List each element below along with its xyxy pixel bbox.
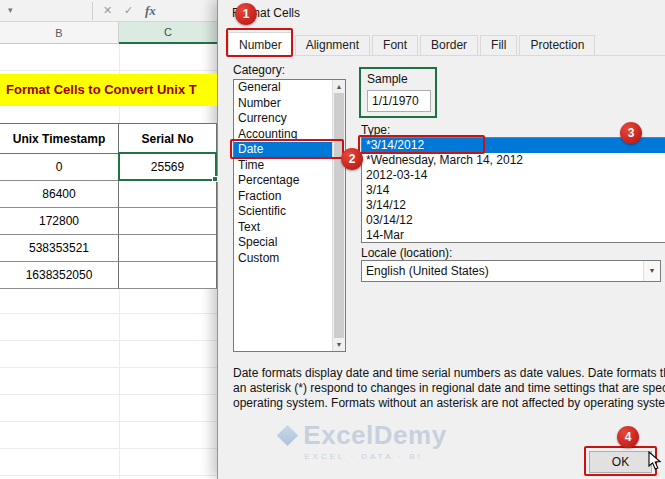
table-row: 538353521 — [0, 235, 217, 262]
type-item-3[interactable]: 3/14 — [362, 183, 665, 198]
type-item-5[interactable]: 03/14/12 — [362, 213, 665, 228]
cell-serial-2[interactable] — [119, 181, 217, 208]
enter-icon[interactable]: ✓ — [124, 4, 133, 17]
step-badge-3: 3 — [620, 122, 642, 144]
screenshot-canvas: ▾ ✕ ✓ fx B C Format Cells to Convert Uni… — [0, 0, 665, 479]
exceldemy-logo-icon — [277, 425, 298, 446]
worksheet-title-banner[interactable]: Format Cells to Convert Unix T — [0, 74, 217, 106]
cell-unix-2[interactable]: 86400 — [0, 181, 119, 208]
insert-function-icon[interactable]: fx — [145, 3, 156, 19]
category-item-currency[interactable]: Currency — [234, 111, 332, 127]
tab-fill[interactable]: Fill — [480, 35, 517, 55]
category-item-accounting[interactable]: Accounting — [234, 127, 332, 143]
column-header-c[interactable]: C — [119, 22, 217, 44]
cell-serial-3[interactable] — [119, 208, 217, 235]
category-item-fraction[interactable]: Fraction — [234, 189, 332, 205]
cell-unix-1[interactable]: 0 — [0, 154, 119, 181]
format-description: Date formats display date and time seria… — [233, 366, 665, 411]
formula-bar-divider — [92, 2, 93, 20]
locale-dropdown[interactable]: English (United States) ▾ — [361, 260, 661, 282]
sample-groupbox: Sample 1/1/1970 — [359, 67, 437, 118]
tab-alignment[interactable]: Alignment — [295, 35, 370, 55]
description-line: operating system. Formats without an ast… — [233, 396, 665, 411]
type-item-0[interactable]: *3/14/2012 — [362, 138, 665, 153]
cell-unix-5[interactable]: 1638352050 — [0, 262, 119, 289]
cell-serial-5[interactable] — [119, 262, 217, 289]
category-item-custom[interactable]: Custom — [234, 251, 332, 267]
table-header-unix-timestamp[interactable]: Unix Timestamp — [0, 124, 119, 154]
type-label: Type: — [361, 123, 390, 137]
ok-button[interactable]: OK — [589, 451, 652, 473]
category-listbox[interactable]: General Number Currency Accounting Date … — [233, 79, 346, 352]
tab-protection[interactable]: Protection — [519, 35, 595, 55]
column-header-row: B C — [0, 22, 217, 44]
column-header-b[interactable]: B — [0, 22, 119, 44]
table-header-serial-no[interactable]: Serial No — [119, 124, 217, 154]
category-item-time[interactable]: Time — [234, 158, 332, 174]
format-cells-dialog: Format Cells Number Alignment Font Borde… — [217, 0, 665, 479]
table-row: 86400 — [0, 181, 217, 208]
exceldemy-watermark: ExcelDemy EXCEL · DATA · BI — [246, 420, 481, 461]
category-label: Category: — [233, 63, 285, 77]
type-item-2[interactable]: 2012-03-14 — [362, 168, 665, 183]
scroll-up-icon[interactable]: ▲ — [333, 80, 345, 93]
unix-timestamp-table: Unix Timestamp Serial No 0 25569 86400 1… — [0, 123, 217, 289]
locale-value: English (United States) — [366, 261, 489, 281]
chevron-down-icon[interactable]: ▾ — [643, 261, 660, 281]
step-badge-4: 4 — [617, 426, 639, 448]
name-box-dropdown-icon[interactable]: ▾ — [8, 5, 13, 15]
formula-bar: ▾ ✕ ✓ fx — [0, 0, 217, 22]
watermark-tagline: EXCEL · DATA · BI — [246, 452, 481, 461]
cell-unix-4[interactable]: 538353521 — [0, 235, 119, 262]
cell-serial-1[interactable]: 25569 — [119, 154, 217, 181]
type-item-4[interactable]: 3/14/12 — [362, 198, 665, 213]
cancel-icon[interactable]: ✕ — [103, 4, 112, 17]
category-item-scientific[interactable]: Scientific — [234, 204, 332, 220]
table-row: 0 25569 — [0, 154, 217, 181]
sample-label: Sample — [367, 72, 408, 86]
excel-sheet: ▾ ✕ ✓ fx B C Format Cells to Convert Uni… — [0, 0, 217, 479]
type-item-1[interactable]: *Wednesday, March 14, 2012 — [362, 153, 665, 168]
dialog-tab-strip: Number Alignment Font Border Fill Protec… — [228, 32, 665, 56]
locale-label: Locale (location): — [361, 246, 452, 260]
category-item-general[interactable]: General — [234, 80, 332, 96]
table-row: 172800 — [0, 208, 217, 235]
watermark-brand: ExcelDemy — [303, 420, 446, 451]
table-row: 1638352050 — [0, 262, 217, 289]
description-line: an asterisk (*) respond to changes in re… — [233, 381, 665, 396]
tab-font[interactable]: Font — [372, 35, 418, 55]
description-line: Date formats display date and time seria… — [233, 366, 665, 381]
category-item-text[interactable]: Text — [234, 220, 332, 236]
category-item-percentage[interactable]: Percentage — [234, 173, 332, 189]
cell-serial-4[interactable] — [119, 235, 217, 262]
scroll-down-icon[interactable]: ▼ — [333, 338, 345, 351]
type-listbox[interactable]: *3/14/2012 *Wednesday, March 14, 2012 20… — [361, 137, 665, 243]
tab-border[interactable]: Border — [420, 35, 478, 55]
category-item-number[interactable]: Number — [234, 96, 332, 112]
category-item-date[interactable]: Date — [234, 142, 332, 158]
category-scrollbar[interactable]: ▲ ▼ — [332, 80, 345, 351]
mouse-cursor — [648, 451, 662, 471]
sample-value: 1/1/1970 — [367, 90, 431, 112]
scrollbar-thumb[interactable] — [334, 93, 344, 338]
step-badge-1: 1 — [235, 3, 257, 25]
category-item-special[interactable]: Special — [234, 235, 332, 251]
type-item-6[interactable]: 14-Mar — [362, 228, 665, 243]
cell-unix-3[interactable]: 172800 — [0, 208, 119, 235]
tab-number[interactable]: Number — [228, 32, 293, 56]
table-header-row: Unix Timestamp Serial No — [0, 124, 217, 154]
step-badge-2: 2 — [341, 148, 363, 170]
